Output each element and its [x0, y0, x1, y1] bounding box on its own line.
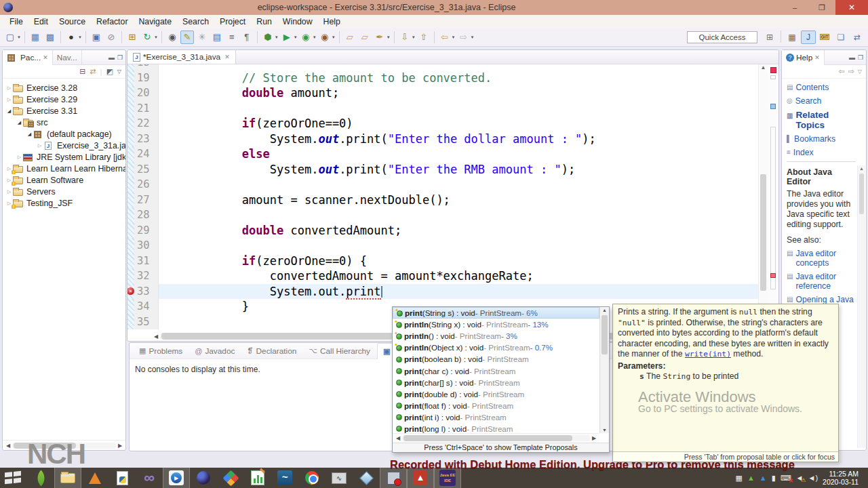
tab-exercise-3-31a[interactable]: J *Exercise_3_31a.java ✕	[127, 50, 236, 64]
tab-call-hierarchy[interactable]: ⌥Call Hierarchy	[303, 343, 376, 359]
cube-app-icon[interactable]	[353, 468, 380, 488]
close-button[interactable]: ✕	[835, 0, 868, 15]
help-see-link[interactable]: ▤Java editor reference	[787, 272, 856, 291]
start-button[interactable]	[0, 468, 27, 488]
back-icon[interactable]: ⇦	[438, 30, 452, 44]
scroll-right-icon[interactable]: ▶	[590, 435, 598, 441]
eclipse-icon[interactable]	[190, 468, 217, 488]
completion-item[interactable]: print(double d) : void - PrintStream	[393, 388, 599, 400]
export-icon[interactable]: ⇧	[417, 30, 431, 44]
completion-item[interactable]: ✦println() : void - PrintStream - 3%	[393, 330, 599, 342]
tab-help[interactable]: ? Help ✕	[782, 50, 825, 65]
network-tray-icon[interactable]: ⌨✕	[781, 474, 791, 483]
forward-icon[interactable]: ⇨	[457, 30, 471, 44]
collapse-all-icon[interactable]: ⊟	[79, 67, 85, 76]
tree-item[interactable]: ▷Learn Software	[3, 174, 125, 186]
view-menu-icon[interactable]: ▽	[858, 68, 862, 75]
tree-item[interactable]: ▷Exercise 3.29	[3, 94, 125, 105]
completion-item[interactable]: print(boolean b) : void - PrintStream	[393, 353, 599, 365]
dropdown-icon[interactable]: ▼	[387, 35, 391, 39]
completion-item[interactable]: ✦print(String s) : void - PrintStream - …	[393, 307, 599, 319]
write-int-link[interactable]: write(int)	[685, 350, 731, 359]
menu-navigate[interactable]: Navigate	[133, 16, 177, 27]
menu-source[interactable]: Source	[54, 16, 91, 27]
menu-help[interactable]: Help	[318, 16, 346, 27]
debug-perspective-icon[interactable]: ❏	[833, 30, 848, 44]
minimize-view-icon[interactable]: ▬	[849, 54, 855, 61]
dropdown-icon[interactable]: ▼	[154, 35, 158, 39]
scroll-down-icon[interactable]: ▼	[600, 428, 609, 432]
import-icon[interactable]: ⇩	[398, 30, 412, 44]
diagram-tool-icon[interactable]	[217, 468, 244, 488]
completion-item[interactable]: print(long l) : void - PrintStream	[393, 423, 599, 433]
maximize-view-icon[interactable]: ❐	[117, 54, 123, 61]
help-vscrollbar[interactable]: ▲	[857, 165, 865, 448]
open-folder-icon[interactable]: ▱	[343, 30, 357, 44]
completion-item[interactable]: ✦println(String x) : void - PrintStream …	[393, 319, 599, 330]
code-line[interactable]: 24else	[127, 146, 758, 162]
expand-icon[interactable]: ▷	[5, 189, 13, 195]
sparkle-icon[interactable]: ✳	[195, 30, 209, 44]
focus-icon[interactable]: ◩	[106, 67, 113, 76]
profile-icon[interactable]: ◉	[318, 30, 332, 44]
code-line[interactable]: 29double convertedAmount;	[127, 223, 758, 239]
help-link-search[interactable]: ◎Search	[787, 96, 856, 106]
menu-window[interactable]: Window	[277, 16, 318, 27]
help-see-link[interactable]: ▤Java editor concepts	[787, 249, 856, 268]
java-perspective-icon[interactable]: J	[801, 30, 816, 44]
expand-icon[interactable]: ▷	[5, 85, 13, 91]
editor-vscrollbar[interactable]: ▲	[758, 64, 768, 331]
scroll-up-icon[interactable]: ▲	[600, 308, 609, 312]
error-marker[interactable]	[770, 273, 776, 278]
tab-problems[interactable]: ▦Problems	[134, 343, 188, 359]
media-player-icon[interactable]: ▶	[163, 468, 190, 488]
maximize-view-icon[interactable]: ❐	[858, 54, 863, 61]
skip-breakpoints-icon[interactable]: ⊘	[104, 30, 118, 44]
python-file-icon[interactable]	[108, 468, 136, 488]
code-line[interactable]: 21	[127, 101, 758, 117]
tree-item[interactable]: ◢Exercise 3.31	[3, 105, 125, 117]
minimize-button[interactable]: –	[781, 0, 808, 15]
popup-hscrollbar[interactable]: ◀ ▶	[393, 433, 599, 443]
close-icon[interactable]: ✕	[814, 54, 820, 61]
menu-run[interactable]: Run	[251, 16, 277, 27]
code-line[interactable]: 25System.out.print("Enter the RMB amount…	[127, 162, 758, 178]
scroll-left-icon[interactable]: ◀	[394, 435, 402, 441]
expand-icon[interactable]: ▷	[5, 97, 13, 102]
dropdown-icon[interactable]: ▼	[313, 35, 317, 39]
show-whitespace-icon[interactable]: ¶	[240, 30, 254, 44]
completion-item[interactable]: print(int i) : void - PrintStream	[393, 411, 599, 423]
code-line[interactable]: 23System.out.print("Enter the dollar amo…	[127, 131, 758, 147]
code-line[interactable]: 18	[127, 64, 758, 70]
save-all-icon[interactable]: ▩	[43, 30, 57, 44]
minimize-view-icon[interactable]: ▬	[108, 54, 115, 61]
back-icon[interactable]: ⇦	[838, 67, 844, 76]
overview-ruler[interactable]	[768, 64, 778, 331]
collapse-icon[interactable]: ◢	[26, 131, 33, 137]
tree-item[interactable]: ◢(default package)	[3, 128, 125, 140]
code-editor[interactable]: 1819// Store the amount to be converted.…	[127, 64, 778, 331]
completion-item[interactable]: print(char c) : void - PrintStream	[393, 365, 599, 376]
scroll-left-icon[interactable]: ◀	[4, 443, 12, 449]
mark-occurrences-icon[interactable]: ✎	[180, 30, 194, 44]
tab-package-explorer[interactable]: Pac... ✕	[3, 50, 53, 65]
help-link-contents[interactable]: ▤Contents	[787, 83, 856, 92]
open-search-icon[interactable]: ◉	[165, 30, 179, 44]
recorder-icon[interactable]: ∿	[326, 468, 353, 488]
resource-perspective-icon[interactable]: ▦	[785, 30, 800, 44]
quick-access-input[interactable]: Quick Access	[687, 31, 757, 43]
nch-chart-icon[interactable]	[244, 468, 271, 488]
spring-tool-icon[interactable]	[27, 468, 54, 488]
dropdown-icon[interactable]: ▼	[452, 35, 456, 39]
open-file-icon[interactable]: ▱	[358, 30, 372, 44]
hp-tray-icon[interactable]: ▲	[760, 474, 767, 482]
visual-studio-icon[interactable]: ∞	[136, 468, 163, 488]
open-perspective-icon[interactable]: ⊞	[762, 30, 777, 44]
tree-item[interactable]: ▷Learn Learn Learn Hibernate	[3, 163, 125, 174]
tree-item[interactable]: ▷JRE System Library [jdk1.8	[3, 151, 125, 163]
help-link-related-topics[interactable]: ▥Related Topics	[787, 110, 856, 130]
dropdown-icon[interactable]: ▼	[275, 35, 279, 39]
debug-icon[interactable]: ⬢	[261, 30, 275, 44]
code-line[interactable]: 20double amount;	[127, 85, 758, 101]
tree-item[interactable]: ◢src	[3, 117, 125, 128]
